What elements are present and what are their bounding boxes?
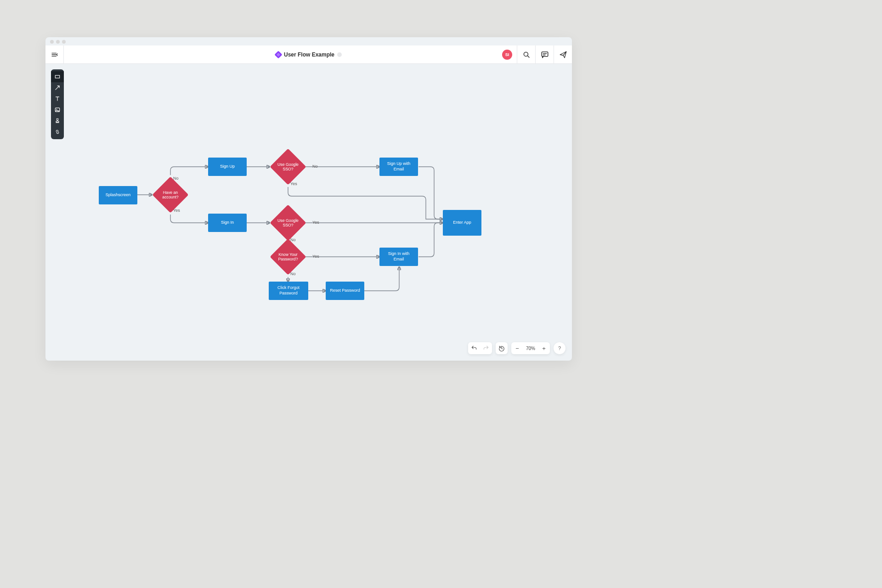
node-signup-email[interactable]: Sign Up with Email xyxy=(379,158,418,176)
node-sso-signup[interactable]: Use Google SSO? xyxy=(270,155,306,179)
help-button[interactable]: ? xyxy=(554,342,565,354)
edge-label-yes: Yes xyxy=(312,220,319,225)
header-actions: SI xyxy=(502,45,572,63)
edge-label-no: No xyxy=(173,176,179,181)
traffic-light-close[interactable] xyxy=(50,40,54,44)
edge-label-no: No xyxy=(290,237,296,242)
node-reset-password[interactable]: Reset Password xyxy=(326,282,364,300)
window-controls xyxy=(50,40,66,44)
paper-plane-icon xyxy=(559,51,567,59)
logo-icon xyxy=(274,51,282,58)
avatar[interactable]: SI xyxy=(502,50,512,60)
title-text: User Flow Example xyxy=(284,51,334,58)
edge-label-no: No xyxy=(312,164,318,169)
traffic-light-zoom[interactable] xyxy=(62,40,66,44)
redo-button[interactable] xyxy=(480,342,492,354)
undo-icon xyxy=(471,345,477,351)
menu-button[interactable] xyxy=(45,45,64,64)
traffic-light-minimize[interactable] xyxy=(56,40,60,44)
history-button[interactable] xyxy=(496,342,508,354)
menu-icon xyxy=(51,51,58,58)
connectors xyxy=(45,64,572,361)
node-signin-email[interactable]: Sign In with Email xyxy=(379,248,418,266)
edge-label-yes: Yes xyxy=(173,208,180,213)
comments-button[interactable] xyxy=(535,45,554,64)
comment-icon xyxy=(541,51,549,59)
app-header: User Flow Example SI xyxy=(45,45,572,64)
node-click-forgot[interactable]: Click Forgot Password xyxy=(269,282,308,300)
search-icon xyxy=(522,51,531,59)
node-enter-app[interactable]: Enter App xyxy=(443,210,481,236)
undo-button[interactable] xyxy=(468,342,480,354)
node-signin[interactable]: Sign In xyxy=(208,214,247,232)
zoom-out-button[interactable]: − xyxy=(511,342,523,354)
redo-icon xyxy=(483,345,489,351)
zoom-value: 70% xyxy=(523,346,538,351)
node-splashscreen[interactable]: Splashscreen xyxy=(99,186,137,204)
edge-label-yes: Yes xyxy=(312,254,319,259)
zoom-in-button[interactable]: + xyxy=(538,342,550,354)
node-signup[interactable]: Sign Up xyxy=(208,158,247,176)
history-group xyxy=(468,342,492,354)
node-have-account[interactable]: Have an account? xyxy=(152,183,189,207)
diagram-canvas[interactable]: Splashscreen Sign Up Sign In Sign Up wit… xyxy=(45,64,572,361)
zoom-group: − 70% + xyxy=(511,342,550,354)
bottom-toolbar: − 70% + ? xyxy=(468,342,565,354)
version-history-group xyxy=(496,342,508,354)
search-button[interactable] xyxy=(517,45,535,64)
edge-label-yes: Yes xyxy=(290,181,297,186)
document-title[interactable]: User Flow Example xyxy=(276,51,342,58)
app-window: User Flow Example SI xyxy=(45,37,572,361)
edge-label-no: No xyxy=(290,271,296,276)
svg-rect-1 xyxy=(542,52,548,57)
sync-status-icon xyxy=(337,52,342,57)
node-know-password[interactable]: Know Your Password? xyxy=(270,245,306,269)
history-icon xyxy=(498,345,505,351)
node-sso-signin[interactable]: Use Google SSO? xyxy=(270,211,306,235)
share-button[interactable] xyxy=(554,45,572,64)
